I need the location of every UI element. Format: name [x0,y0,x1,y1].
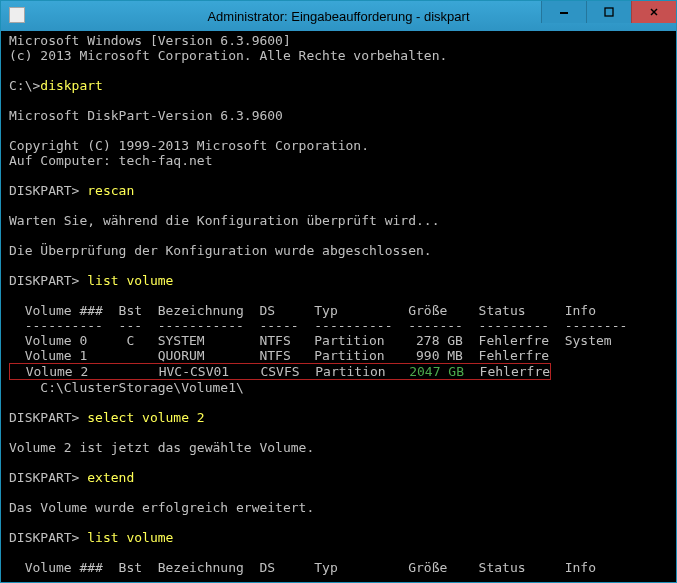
command-text: select volume 2 [87,410,204,425]
output-line: Microsoft Windows [Version 6.3.9600] [9,33,291,48]
prompt: DISKPART> [9,410,87,425]
command-text: list volume [87,273,173,288]
output-line: Volume 2 ist jetzt das gewählte Volume. [9,440,314,455]
prompt: DISKPART> [9,183,87,198]
highlight-row: Volume 2 HVC-CSV01 CSVFS Partition 2047 … [9,363,551,380]
table-row: Volume 2 HVC-CSV01 CSVFS Partition [10,364,409,379]
output-line: Die Überprüfung der Konfiguration wurde … [9,243,432,258]
titlebar[interactable]: Administrator: Eingabeaufforderung - dis… [1,1,676,31]
table-row: Volume 0 C SYSTEM NTFS Partition 278 GB … [9,333,612,348]
table-row: Fehlerfre [464,364,550,379]
output-line: Auf Computer: tech-faq.net [9,153,213,168]
window-controls [541,1,676,23]
output-line: Warten Sie, während die Konfiguration üb… [9,213,439,228]
table-header: Volume ### Bst Bezeichnung DS Typ Größe … [9,303,596,318]
command-text: extend [87,470,134,485]
command-prompt-window: Administrator: Eingabeaufforderung - dis… [0,0,677,583]
command-text: rescan [87,183,134,198]
minimize-button[interactable] [541,1,586,23]
terminal-area[interactable]: Microsoft Windows [Version 6.3.9600] (c)… [1,31,676,582]
table-row: Volume 1 QUORUM NTFS Partition 990 MB Fe… [9,348,549,363]
close-button[interactable] [631,1,676,23]
prompt: DISKPART> [9,530,87,545]
svg-rect-0 [560,12,568,14]
output-line: Microsoft DiskPart-Version 6.3.9600 [9,108,283,123]
prompt: DISKPART> [9,273,87,288]
command-text: list volume [87,530,173,545]
table-row-path: C:\ClusterStorage\Volume1\ [9,380,244,395]
table-divider: ---------- --- ----------- ----- -------… [9,318,627,333]
prompt: C:\> [9,78,40,93]
table-divider: ---------- --- ----------- ----- -------… [9,575,627,582]
output-line: Copyright (C) 1999-2013 Microsoft Corpor… [9,138,369,153]
output-line: Das Volume wurde erfolgreich erweitert. [9,500,314,515]
maximize-button[interactable] [586,1,631,23]
size-highlight: 2047 GB [409,364,464,379]
svg-rect-1 [605,8,613,16]
cmd-icon [9,7,25,23]
prompt: DISKPART> [9,470,87,485]
output-line: (c) 2013 Microsoft Corporation. Alle Rec… [9,48,447,63]
command-text: diskpart [40,78,103,93]
table-header: Volume ### Bst Bezeichnung DS Typ Größe … [9,560,596,575]
window-title: Administrator: Eingabeaufforderung - dis… [207,9,469,24]
